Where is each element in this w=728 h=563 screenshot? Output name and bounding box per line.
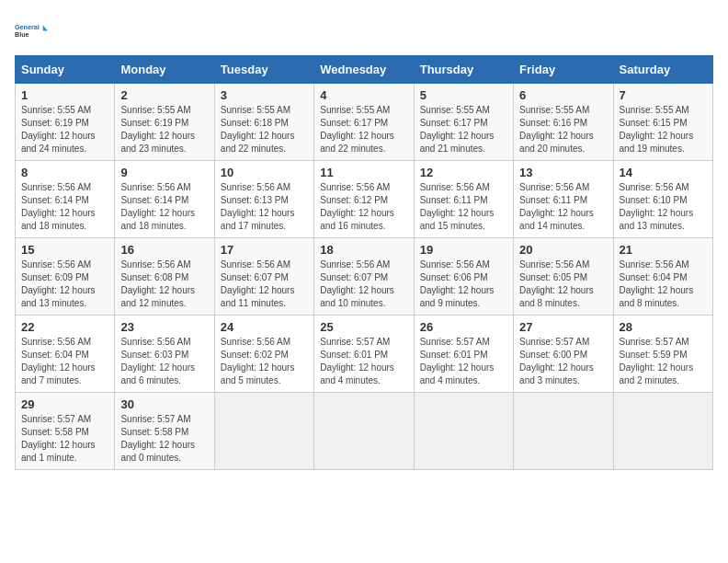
logo: General Blue xyxy=(15,15,48,48)
day-cell: 3Sunrise: 5:55 AM Sunset: 6:18 PM Daylig… xyxy=(214,84,313,161)
week-row-1: 8Sunrise: 5:56 AM Sunset: 6:14 PM Daylig… xyxy=(16,161,713,238)
calendar-table: SundayMondayTuesdayWednesdayThursdayFrid… xyxy=(15,55,713,470)
column-header-saturday: Saturday xyxy=(613,56,712,84)
day-info: Sunrise: 5:55 AM Sunset: 6:17 PM Dayligh… xyxy=(420,104,507,155)
day-info: Sunrise: 5:56 AM Sunset: 6:14 PM Dayligh… xyxy=(120,181,208,233)
day-info: Sunrise: 5:56 AM Sunset: 6:03 PM Dayligh… xyxy=(120,336,208,387)
day-info: Sunrise: 5:56 AM Sunset: 6:04 PM Dayligh… xyxy=(620,259,707,310)
day-number: 1 xyxy=(21,88,108,102)
day-number: 13 xyxy=(519,166,607,179)
day-cell: 2Sunrise: 5:55 AM Sunset: 6:19 PM Daylig… xyxy=(115,84,214,161)
day-cell: 9Sunrise: 5:56 AM Sunset: 6:14 PM Daylig… xyxy=(115,161,214,238)
day-number: 2 xyxy=(120,88,208,102)
day-info: Sunrise: 5:56 AM Sunset: 6:14 PM Dayligh… xyxy=(21,181,108,233)
column-header-wednesday: Wednesday xyxy=(314,56,414,84)
day-info: Sunrise: 5:56 AM Sunset: 6:10 PM Dayligh… xyxy=(620,181,707,233)
day-number: 15 xyxy=(21,243,108,257)
day-info: Sunrise: 5:56 AM Sunset: 6:02 PM Dayligh… xyxy=(221,336,308,387)
day-info: Sunrise: 5:56 AM Sunset: 6:04 PM Dayligh… xyxy=(21,336,108,387)
day-info: Sunrise: 5:56 AM Sunset: 6:07 PM Dayligh… xyxy=(221,259,308,310)
day-cell: 13Sunrise: 5:56 AM Sunset: 6:11 PM Dayli… xyxy=(514,161,613,238)
day-info: Sunrise: 5:56 AM Sunset: 6:09 PM Dayligh… xyxy=(21,259,108,310)
day-cell: 24Sunrise: 5:56 AM Sunset: 6:02 PM Dayli… xyxy=(214,316,313,393)
day-cell: 17Sunrise: 5:56 AM Sunset: 6:07 PM Dayli… xyxy=(214,238,313,316)
week-row-2: 15Sunrise: 5:56 AM Sunset: 6:09 PM Dayli… xyxy=(16,238,713,316)
day-cell: 12Sunrise: 5:56 AM Sunset: 6:11 PM Dayli… xyxy=(414,161,513,238)
column-header-monday: Monday xyxy=(115,56,214,84)
day-cell xyxy=(214,393,313,470)
day-info: Sunrise: 5:55 AM Sunset: 6:16 PM Dayligh… xyxy=(519,104,607,155)
day-info: Sunrise: 5:55 AM Sunset: 6:15 PM Dayligh… xyxy=(620,104,707,155)
day-cell: 21Sunrise: 5:56 AM Sunset: 6:04 PM Dayli… xyxy=(613,238,712,316)
day-cell: 5Sunrise: 5:55 AM Sunset: 6:17 PM Daylig… xyxy=(414,84,513,161)
day-cell xyxy=(613,393,712,470)
day-cell: 28Sunrise: 5:57 AM Sunset: 5:59 PM Dayli… xyxy=(613,316,712,393)
day-cell: 6Sunrise: 5:55 AM Sunset: 6:16 PM Daylig… xyxy=(514,84,613,161)
day-number: 28 xyxy=(620,320,707,334)
day-number: 6 xyxy=(519,88,607,102)
day-cell: 11Sunrise: 5:56 AM Sunset: 6:12 PM Dayli… xyxy=(314,161,414,238)
logo-icon: General Blue xyxy=(15,15,48,48)
day-cell: 7Sunrise: 5:55 AM Sunset: 6:15 PM Daylig… xyxy=(613,84,712,161)
day-info: Sunrise: 5:55 AM Sunset: 6:19 PM Dayligh… xyxy=(21,104,108,155)
day-number: 18 xyxy=(320,243,407,257)
day-number: 11 xyxy=(320,166,407,179)
day-cell: 10Sunrise: 5:56 AM Sunset: 6:13 PM Dayli… xyxy=(214,161,313,238)
day-number: 5 xyxy=(420,88,507,102)
day-info: Sunrise: 5:56 AM Sunset: 6:11 PM Dayligh… xyxy=(420,181,507,233)
day-info: Sunrise: 5:56 AM Sunset: 6:06 PM Dayligh… xyxy=(420,259,507,310)
day-number: 26 xyxy=(420,320,507,334)
day-cell: 14Sunrise: 5:56 AM Sunset: 6:10 PM Dayli… xyxy=(613,161,712,238)
day-cell: 1Sunrise: 5:55 AM Sunset: 6:19 PM Daylig… xyxy=(16,84,115,161)
svg-text:General: General xyxy=(15,23,40,31)
day-cell xyxy=(514,393,613,470)
day-number: 24 xyxy=(221,320,308,334)
day-number: 8 xyxy=(21,166,108,179)
day-cell: 19Sunrise: 5:56 AM Sunset: 6:06 PM Dayli… xyxy=(414,238,513,316)
day-info: Sunrise: 5:55 AM Sunset: 6:18 PM Dayligh… xyxy=(221,104,308,155)
column-header-thursday: Thursday xyxy=(414,56,513,84)
day-number: 27 xyxy=(519,320,607,334)
day-info: Sunrise: 5:57 AM Sunset: 6:01 PM Dayligh… xyxy=(420,336,507,387)
day-cell: 18Sunrise: 5:56 AM Sunset: 6:07 PM Dayli… xyxy=(314,238,414,316)
day-info: Sunrise: 5:56 AM Sunset: 6:08 PM Dayligh… xyxy=(120,259,208,310)
calendar-body: 1Sunrise: 5:55 AM Sunset: 6:19 PM Daylig… xyxy=(16,84,713,470)
day-cell: 29Sunrise: 5:57 AM Sunset: 5:58 PM Dayli… xyxy=(16,393,115,470)
calendar-header: SundayMondayTuesdayWednesdayThursdayFrid… xyxy=(16,56,713,84)
day-cell: 20Sunrise: 5:56 AM Sunset: 6:05 PM Dayli… xyxy=(514,238,613,316)
day-cell: 27Sunrise: 5:57 AM Sunset: 6:00 PM Dayli… xyxy=(514,316,613,393)
day-number: 21 xyxy=(620,243,707,257)
svg-marker-2 xyxy=(43,25,48,30)
day-info: Sunrise: 5:57 AM Sunset: 5:59 PM Dayligh… xyxy=(620,336,707,387)
column-header-tuesday: Tuesday xyxy=(214,56,313,84)
day-number: 10 xyxy=(221,166,308,179)
day-number: 17 xyxy=(221,243,308,257)
day-info: Sunrise: 5:56 AM Sunset: 6:13 PM Dayligh… xyxy=(221,181,308,233)
day-number: 30 xyxy=(120,397,208,411)
day-cell: 15Sunrise: 5:56 AM Sunset: 6:09 PM Dayli… xyxy=(16,238,115,316)
day-cell: 16Sunrise: 5:56 AM Sunset: 6:08 PM Dayli… xyxy=(115,238,214,316)
day-number: 14 xyxy=(620,166,707,179)
column-header-friday: Friday xyxy=(514,56,613,84)
day-cell: 22Sunrise: 5:56 AM Sunset: 6:04 PM Dayli… xyxy=(16,316,115,393)
day-number: 7 xyxy=(620,88,707,102)
day-info: Sunrise: 5:56 AM Sunset: 6:07 PM Dayligh… xyxy=(320,259,407,310)
week-row-4: 29Sunrise: 5:57 AM Sunset: 5:58 PM Dayli… xyxy=(16,393,713,470)
day-number: 29 xyxy=(21,397,108,411)
day-cell: 23Sunrise: 5:56 AM Sunset: 6:03 PM Dayli… xyxy=(115,316,214,393)
day-cell xyxy=(414,393,513,470)
week-row-0: 1Sunrise: 5:55 AM Sunset: 6:19 PM Daylig… xyxy=(16,84,713,161)
day-info: Sunrise: 5:55 AM Sunset: 6:17 PM Dayligh… xyxy=(320,104,407,155)
day-info: Sunrise: 5:57 AM Sunset: 6:00 PM Dayligh… xyxy=(519,336,607,387)
day-number: 23 xyxy=(120,320,208,334)
day-number: 12 xyxy=(420,166,507,179)
day-number: 20 xyxy=(519,243,607,257)
day-info: Sunrise: 5:56 AM Sunset: 6:05 PM Dayligh… xyxy=(519,259,607,310)
day-info: Sunrise: 5:56 AM Sunset: 6:12 PM Dayligh… xyxy=(320,181,407,233)
day-number: 25 xyxy=(320,320,407,334)
page-header: General Blue xyxy=(15,15,713,48)
day-cell xyxy=(314,393,414,470)
day-number: 22 xyxy=(21,320,108,334)
day-info: Sunrise: 5:57 AM Sunset: 5:58 PM Dayligh… xyxy=(120,413,208,465)
day-number: 9 xyxy=(120,166,208,179)
